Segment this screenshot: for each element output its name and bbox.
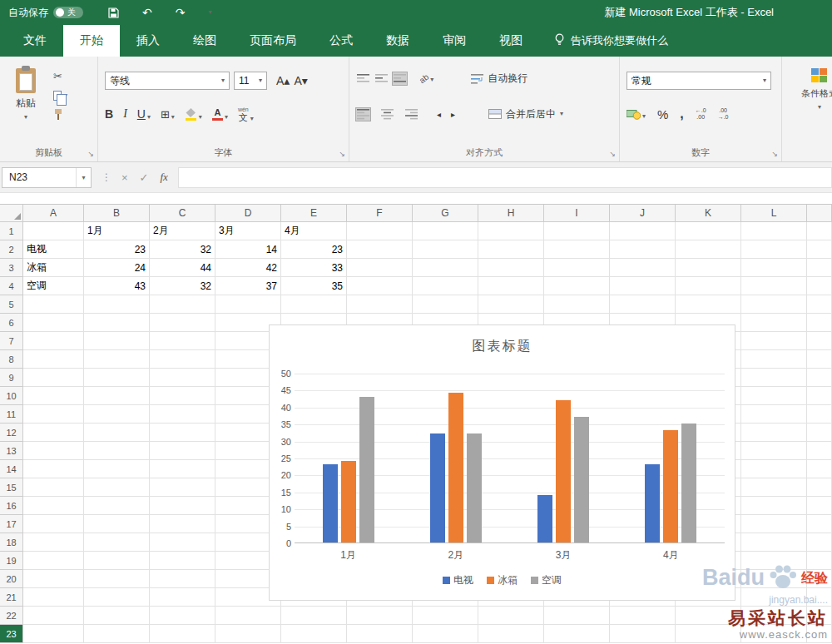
- row-header-2[interactable]: 2: [0, 240, 23, 259]
- cell-C1[interactable]: 2月: [150, 222, 215, 240]
- alignment-dialog-launcher[interactable]: ↘: [609, 151, 616, 158]
- cell-B18[interactable]: [84, 533, 150, 552]
- chart-title[interactable]: 图表标题: [270, 338, 735, 355]
- cell-E5[interactable]: [281, 295, 347, 314]
- autosave-switch[interactable]: 关: [53, 7, 83, 18]
- cell-stub-11[interactable]: [807, 405, 832, 424]
- percent-style-button[interactable]: %: [657, 107, 668, 121]
- name-box[interactable]: N23 ▾: [2, 167, 92, 188]
- column-header-F[interactable]: F: [347, 205, 413, 222]
- cell-I1[interactable]: [544, 222, 610, 240]
- paste-button[interactable]: 粘贴 ▾: [7, 68, 45, 121]
- column-header-B[interactable]: B: [84, 205, 150, 222]
- cell-D23[interactable]: [215, 625, 281, 643]
- cell-B12[interactable]: [84, 424, 150, 442]
- cell-H4[interactable]: [478, 277, 544, 295]
- column-header-K[interactable]: K: [676, 205, 741, 222]
- save-icon[interactable]: [108, 7, 119, 18]
- italic-button[interactable]: I: [123, 107, 127, 121]
- cell-D22[interactable]: [215, 607, 281, 625]
- cell-B8[interactable]: [84, 350, 150, 369]
- cell-L9[interactable]: [741, 369, 807, 387]
- row-header-18[interactable]: 18: [0, 533, 23, 552]
- cell-H5[interactable]: [478, 295, 544, 314]
- column-header-D[interactable]: D: [215, 205, 281, 222]
- cell-C10[interactable]: [150, 387, 215, 405]
- row-header-15[interactable]: 15: [0, 478, 23, 497]
- cell-A4[interactable]: 空调: [23, 277, 84, 295]
- chart-object[interactable]: 图表标题 1月2月3月4月 电视冰箱空调 0510152025303540455…: [269, 324, 735, 601]
- format-painter-button[interactable]: [53, 109, 63, 121]
- cell-L16[interactable]: [741, 497, 807, 515]
- cell-A20[interactable]: [23, 570, 84, 588]
- cell-stub-10[interactable]: [807, 387, 832, 405]
- cell-C9[interactable]: [150, 369, 215, 387]
- cell-C8[interactable]: [150, 350, 215, 369]
- cell-C23[interactable]: [150, 625, 215, 643]
- name-box-caret-icon[interactable]: ▾: [76, 168, 91, 187]
- tell-me-box[interactable]: 告诉我你想要做什么: [554, 25, 668, 57]
- number-format-select[interactable]: 常规▾: [626, 72, 771, 90]
- cell-B19[interactable]: [84, 552, 150, 570]
- cell-B9[interactable]: [84, 369, 150, 387]
- cell-B14[interactable]: [84, 460, 150, 478]
- phonetic-guide-button[interactable]: wén 文 ▾: [238, 107, 254, 122]
- cell-C22[interactable]: [150, 607, 215, 625]
- cell-A18[interactable]: [23, 533, 84, 552]
- shrink-font-button[interactable]: A▾: [294, 74, 307, 87]
- underline-button[interactable]: U▾: [137, 107, 151, 121]
- cell-C16[interactable]: [150, 497, 215, 515]
- font-dialog-launcher[interactable]: ↘: [339, 151, 345, 158]
- cell-E2[interactable]: 23: [281, 240, 347, 259]
- cell-B2[interactable]: 23: [84, 240, 150, 259]
- cell-B3[interactable]: 24: [84, 259, 150, 277]
- wrap-text-button[interactable]: 自动换行: [471, 72, 527, 86]
- cell-F4[interactable]: [347, 277, 413, 295]
- cell-stub-12[interactable]: [807, 424, 832, 442]
- tab-视图[interactable]: 视图: [483, 25, 539, 57]
- bold-button[interactable]: B: [105, 107, 113, 121]
- cell-A21[interactable]: [23, 588, 84, 607]
- legend-item-电视[interactable]: 电视: [443, 573, 473, 587]
- cell-J4[interactable]: [610, 277, 676, 295]
- cell-J3[interactable]: [610, 259, 676, 277]
- cell-A12[interactable]: [23, 424, 84, 442]
- copy-button[interactable]: ▾: [53, 91, 67, 101]
- orientation-button[interactable]: ab▾: [419, 74, 433, 83]
- tab-数据[interactable]: 数据: [369, 25, 426, 57]
- cell-L11[interactable]: [741, 405, 807, 424]
- cell-G3[interactable]: [413, 259, 478, 277]
- cell-C14[interactable]: [150, 460, 215, 478]
- row-header-22[interactable]: 22: [0, 607, 23, 625]
- cell-E1[interactable]: 4月: [281, 222, 347, 240]
- cell-I22[interactable]: [544, 607, 610, 625]
- column-header-partial[interactable]: [807, 205, 832, 222]
- column-header-G[interactable]: G: [413, 205, 478, 222]
- cell-E23[interactable]: [281, 625, 347, 643]
- row-header-8[interactable]: 8: [0, 350, 23, 369]
- cell-stub-14[interactable]: [807, 460, 832, 478]
- row-header-21[interactable]: 21: [0, 588, 23, 607]
- row-header-13[interactable]: 13: [0, 442, 23, 460]
- cell-A17[interactable]: [23, 515, 84, 533]
- row-header-3[interactable]: 3: [0, 259, 23, 277]
- cell-G4[interactable]: [413, 277, 478, 295]
- cell-C12[interactable]: [150, 424, 215, 442]
- cell-B13[interactable]: [84, 442, 150, 460]
- tab-绘图[interactable]: 绘图: [176, 25, 233, 57]
- cell-J5[interactable]: [610, 295, 676, 314]
- cell-A13[interactable]: [23, 442, 84, 460]
- merge-center-button[interactable]: 合并后居中 ▾: [488, 107, 563, 121]
- undo-icon[interactable]: ↶: [142, 6, 152, 19]
- row-header-1[interactable]: 1: [0, 222, 23, 240]
- conditional-formatting-button[interactable]: 条件格式 ▾: [790, 68, 832, 111]
- cell-C2[interactable]: 32: [150, 240, 215, 259]
- cell-stub-18[interactable]: [807, 533, 832, 552]
- cell-G22[interactable]: [413, 607, 478, 625]
- cell-L18[interactable]: [741, 533, 807, 552]
- cell-stub-6[interactable]: [807, 314, 832, 332]
- row-header-6[interactable]: 6: [0, 314, 23, 332]
- cell-B23[interactable]: [84, 625, 150, 643]
- column-header-L[interactable]: L: [741, 205, 807, 222]
- tab-开始[interactable]: 开始: [63, 25, 120, 57]
